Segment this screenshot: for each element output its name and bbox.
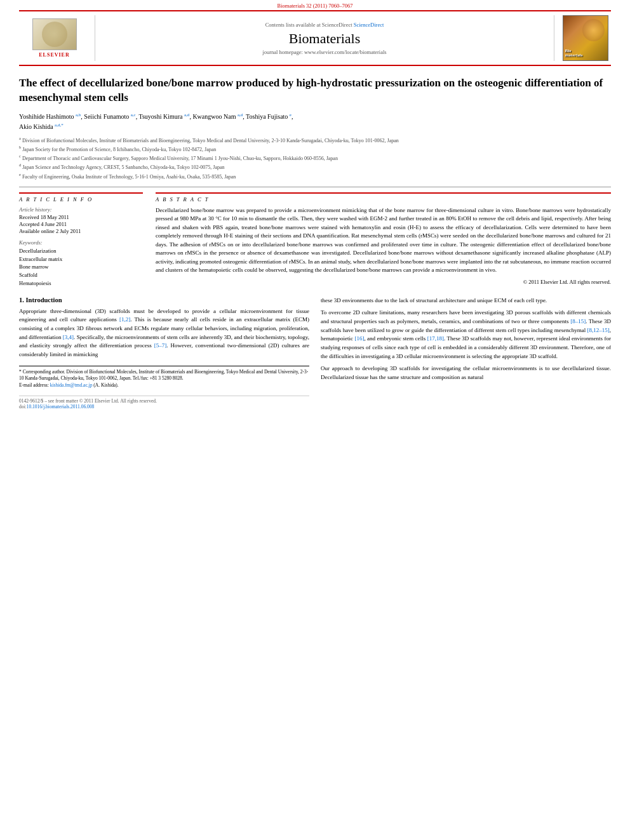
article-info-heading: A R T I C L E I N F O (19, 196, 143, 203)
affiliation-e: e Faculty of Engineering, Osaka Institut… (19, 171, 611, 180)
biomaterials-logo-image: Biomaterials (563, 15, 608, 61)
email-suffix: (A. Kishida). (93, 382, 118, 388)
body-right-column: these 3D environments due to the lack of… (321, 297, 611, 410)
affiliation-d: d Japan Science and Technology Agency, C… (19, 162, 611, 171)
email-address[interactable]: kishida.fm@tmd.ac.jp (50, 382, 93, 388)
article-info-column: A R T I C L E I N F O Article history: R… (19, 192, 143, 288)
article-content: The effect of decellularized bone/bone m… (19, 66, 611, 410)
abstract-column: A B S T R A C T Decellularized bone/bone… (156, 192, 611, 288)
journal-title-section: Contents lists available at ScienceDirec… (95, 15, 554, 61)
elsevier-name-text: ELSEVIER (39, 52, 69, 58)
intro-paragraph3: To overcome 2D culture limitations, many… (321, 309, 611, 361)
abstract-section: A B S T R A C T Decellularized bone/bone… (156, 192, 611, 285)
article-history: Article history: Received 18 May 2011 Ac… (19, 206, 143, 234)
keyword-5: Hematopoiesis (19, 279, 143, 288)
available-date: Available online 2 July 2011 (19, 228, 143, 234)
footnote-text: * Corresponding author. Division of Biof… (19, 369, 309, 390)
issn-text: 0142-9612/$ – see front matter © 2011 El… (19, 398, 157, 404)
elsevier-image (32, 18, 77, 50)
affiliation-b: b Japan Society for the Promotion of Sci… (19, 144, 611, 153)
divider-line (19, 187, 611, 187)
bottom-bar: 0142-9612/$ – see front matter © 2011 El… (19, 396, 309, 404)
bottom-info: 0142-9612/$ – see front matter © 2011 El… (19, 396, 309, 410)
keyword-2: Extracellular matrix (19, 255, 143, 263)
received-date: Received 18 May 2011 (19, 214, 143, 220)
sciencedirect-line: Contents lists available at ScienceDirec… (265, 22, 384, 28)
journal-reference: Biomaterials 32 (2011) 7060–7067 (0, 0, 630, 10)
keyword-4: Scaffold (19, 271, 143, 279)
journal-header: ELSEVIER Contents lists available at Sci… (19, 10, 611, 66)
article-info-section: A R T I C L E I N F O Article history: R… (19, 192, 143, 288)
article-title: The effect of decellularized bone/bone m… (19, 76, 611, 105)
main-body: 1. Introduction Appropriate three-dimens… (19, 297, 611, 410)
doi-line: doi:10.1016/j.biomaterials.2011.06.008 (19, 404, 309, 410)
biomaterials-logo-section: Biomaterials (554, 15, 611, 61)
intro-paragraph1: Appropriate three-dimensional (3D) scaff… (19, 307, 309, 359)
affiliation-c: c Department of Thoracic and Cardiovascu… (19, 153, 611, 162)
affiliation-a: a Division of Biofunctional Molecules, I… (19, 135, 611, 144)
journal-homepage: journal homepage: www.elsevier.com/locat… (262, 49, 386, 55)
keyword-3: Bone marrow (19, 263, 143, 271)
footnote-section: * Corresponding author. Division of Biof… (19, 366, 309, 390)
intro-paragraph2: these 3D environments due to the lack of… (321, 297, 611, 305)
affiliations: a Division of Biofunctional Molecules, I… (19, 135, 611, 180)
info-abstract-section: A R T I C L E I N F O Article history: R… (19, 192, 611, 288)
keyword-1: Decellularization (19, 247, 143, 255)
authors-line1: Yoshihide Hashimoto a,b, Seiichi Funamot… (19, 113, 293, 120)
accepted-date: Accepted 4 June 2011 (19, 221, 143, 227)
email-label: E-mail address: (19, 382, 49, 388)
abstract-heading: A B S T R A C T (156, 196, 611, 203)
intro-paragraph4: Our approach to developing 3D scaffolds … (321, 364, 611, 382)
elsevier-logo: ELSEVIER (32, 18, 77, 58)
elsevier-logo-section: ELSEVIER (19, 15, 95, 61)
keywords-label: Keywords: (19, 239, 143, 246)
authors: Yoshihide Hashimoto a,b, Seiichi Funamot… (19, 112, 611, 131)
sciencedirect-link[interactable]: ScienceDirect (354, 22, 384, 28)
keywords-section: Keywords: Decellularization Extracellula… (19, 239, 143, 288)
body-left-column: 1. Introduction Appropriate three-dimens… (19, 297, 309, 410)
copyright-line: © 2011 Elsevier Ltd. All rights reserved… (156, 279, 611, 285)
journal-title-main: Biomaterials (289, 30, 360, 47)
authors-line2: Akio Kishida a,d,* (19, 123, 64, 130)
intro-title: 1. Introduction (19, 297, 309, 303)
history-label: Article history: (19, 206, 143, 213)
biomaterials-logo-text: Biomaterials (565, 49, 583, 58)
abstract-text: Decellularized bone/bone marrow was prep… (156, 206, 611, 275)
